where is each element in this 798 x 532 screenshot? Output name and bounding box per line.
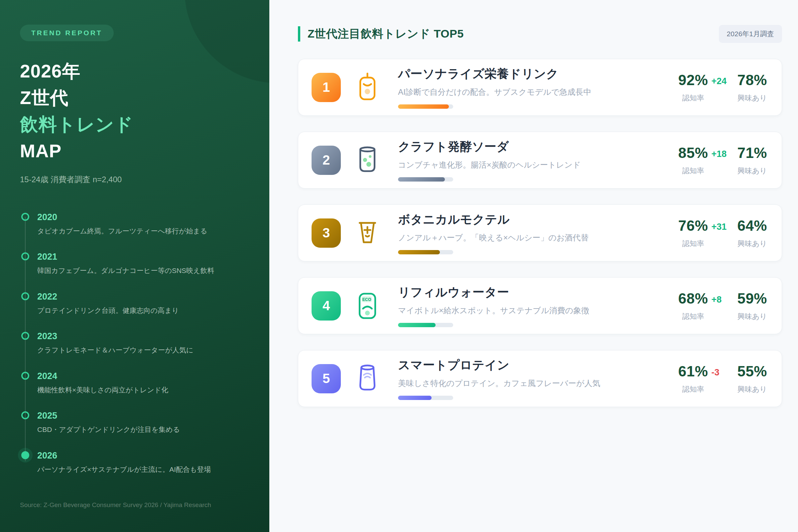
sidebar: TREND REPORT 2026年 Z世代 飲料トレンド MAP 15-24歳… <box>0 0 269 532</box>
timeline-item: 2022 プロテインドリンク台頭。健康志向の高まり <box>20 291 249 316</box>
trend-description: 美味しさ特化のプロテイン。カフェ風フレーバーが人気 <box>398 378 678 389</box>
awareness-delta: +31 <box>711 222 726 232</box>
timeline-description: 機能性飲料×美味しさの両立がトレンド化 <box>37 385 249 395</box>
awareness-label: 認知率 <box>682 166 704 176</box>
trend-title: スマートプロテイン <box>398 357 678 374</box>
timeline-dot <box>21 332 29 340</box>
timeline-description: プロテインドリンク台頭。健康志向の高まり <box>37 306 249 316</box>
interest-label: 興味あり <box>738 311 767 322</box>
trend-description: AI診断で自分だけの配合。サブスクモデルで急成長中 <box>398 87 678 97</box>
trend-card-content: パーソナライズ栄養ドリンク AI診断で自分だけの配合。サブスクモデルで急成長中 <box>398 66 678 109</box>
trend-card-content: スマートプロテイン 美味しさ特化のプロテイン。カフェ風フレーバーが人気 <box>398 357 678 400</box>
timeline-item: 2025 CBD・アダプトゲンドリンクが注目を集める <box>20 411 249 435</box>
awareness-label: 認知率 <box>682 384 704 394</box>
report-title-line-3: 飲料トレンド <box>20 114 133 135</box>
interest-stat: 59% 興味あり <box>737 290 767 322</box>
awareness-stat: 92% +24 認知率 <box>678 72 708 103</box>
trend-description: ノンアル＋ハーブ。「映える×ヘルシー」のお酒代替 <box>398 232 678 243</box>
interest-value: 59% <box>737 290 767 307</box>
interest-label: 興味あり <box>738 93 767 103</box>
interest-value: 78% <box>737 72 767 88</box>
awareness-bar-fill <box>398 323 436 327</box>
trend-description: コンブチャ進化形。腸活×炭酸のヘルシートレンド <box>398 159 678 170</box>
interest-stat: 55% 興味あり <box>737 363 767 394</box>
trend-card: 1 パーソナライズ栄養ドリンク AI診断で自分だけの配合。サブスクモデルで急成長… <box>298 59 782 116</box>
awareness-bar-track <box>398 396 453 400</box>
timeline-item: 2024 機能性飲料×美味しさの両立がトレンド化 <box>20 371 249 395</box>
source-note: Source: Z-Gen Beverage Consumer Survey 2… <box>20 501 211 509</box>
awareness-value: 76% <box>678 217 708 234</box>
year-timeline: 2020 タピオカブーム終焉。フルーツティーへ移行が始まる 2021 韓国カフェ… <box>20 212 249 474</box>
awareness-bar-fill <box>398 177 445 182</box>
awareness-stat: 85% +18 認知率 <box>678 145 708 176</box>
awareness-label: 認知率 <box>682 93 704 103</box>
awareness-stat: 68% +8 認知率 <box>678 290 708 322</box>
awareness-bar-fill <box>398 396 432 400</box>
awareness-stat: 76% +31 認知率 <box>678 217 708 249</box>
trend-stats: 68% +8 認知率 59% 興味あり <box>678 290 768 322</box>
trend-report-page: TREND REPORT 2026年 Z世代 飲料トレンド MAP 15-24歳… <box>0 0 798 532</box>
interest-stat: 64% 興味あり <box>737 217 767 249</box>
trend-card-content: クラフト発酵ソーダ コンブチャ進化形。腸活×炭酸のヘルシートレンド <box>398 139 678 182</box>
awareness-value: 68% <box>678 290 708 307</box>
trend-card-content: リフィルウォーター マイボトル×給水スポット。サステナブル消費の象徴 <box>398 284 678 327</box>
section-heading: Z世代注目飲料トレンド TOP5 <box>298 26 464 41</box>
trend-ranking-list: 1 パーソナライズ栄養ドリンク AI診断で自分だけの配合。サブスクモデルで急成長… <box>298 59 782 407</box>
timeline-dot <box>21 252 29 260</box>
awareness-delta: +8 <box>711 294 722 305</box>
report-title-line-2: Z世代 <box>20 88 69 108</box>
main-panel: Z世代注目飲料トレンド TOP5 2026年1月調査 1 パーソナライズ栄養ドリ… <box>269 0 798 532</box>
timeline-dot <box>21 451 29 459</box>
awareness-value: 85% <box>678 145 708 161</box>
awareness-bar-fill <box>398 250 440 254</box>
fermented-soda-icon <box>357 145 378 175</box>
timeline-item: 2026 パーソナライズ×サステナブルが主流に。AI配合も登場 <box>20 451 249 474</box>
timeline-year: 2023 <box>37 331 249 341</box>
report-title-line-1: 2026年 <box>20 61 80 81</box>
timeline-year: 2025 <box>37 411 249 421</box>
awareness-bar-track <box>398 323 453 327</box>
trend-stats: 92% +24 認知率 78% 興味あり <box>678 72 768 103</box>
awareness-delta: -3 <box>711 367 719 378</box>
report-title: 2026年 Z世代 飲料トレンド MAP <box>20 58 249 164</box>
awareness-bar-track <box>398 250 453 254</box>
trend-card: 4 ECO リフィルウォーター マイボトル×給水スポット。サステナブル消費の象徴… <box>298 277 782 334</box>
timeline-item: 2020 タピオカブーム終焉。フルーツティーへ移行が始まる <box>20 212 249 236</box>
trend-title: パーソナライズ栄養ドリンク <box>398 66 678 82</box>
timeline-description: クラフトレモネード＆ハーブウォーターが人気に <box>37 345 249 355</box>
refill-water-icon: ECO <box>357 291 378 321</box>
rank-badge: 2 <box>311 146 341 175</box>
interest-label: 興味あり <box>738 166 767 176</box>
trend-stats: 76% +31 認知率 64% 興味あり <box>678 217 768 249</box>
trend-card: 2 クラフト発酵ソーダ コンブチャ進化形。腸活×炭酸のヘルシートレンド 85% … <box>298 132 782 189</box>
trend-title: クラフト発酵ソーダ <box>398 139 678 155</box>
timeline-description: 韓国カフェブーム。ダルゴナコーヒー等のSNS映え飲料 <box>37 266 249 276</box>
trend-title: リフィルウォーター <box>398 284 678 301</box>
awareness-bar-fill <box>398 104 449 109</box>
trend-description: マイボトル×給水スポット。サステナブル消費の象徴 <box>398 305 678 316</box>
survey-date-badge: 2026年1月調査 <box>719 25 782 43</box>
awareness-label: 認知率 <box>682 311 704 322</box>
trend-card: 5 スマートプロテイン 美味しさ特化のプロテイン。カフェ風フレーバーが人気 61… <box>298 350 782 407</box>
timeline-year: 2026 <box>37 451 249 461</box>
timeline-year: 2020 <box>37 212 249 223</box>
svg-text:ECO: ECO <box>362 297 372 302</box>
awareness-delta: +24 <box>711 76 726 87</box>
timeline-description: パーソナライズ×サステナブルが主流に。AI配合も登場 <box>37 464 249 474</box>
timeline-dot <box>21 292 29 300</box>
trend-card-content: ボタニカルモクテル ノンアル＋ハーブ。「映える×ヘルシー」のお酒代替 <box>398 211 678 254</box>
timeline-year: 2022 <box>37 291 249 302</box>
interest-label: 興味あり <box>738 384 767 394</box>
timeline-description: タピオカブーム終焉。フルーツティーへ移行が始まる <box>37 226 249 236</box>
awareness-delta: +18 <box>711 149 726 159</box>
interest-stat: 78% 興味あり <box>737 72 767 103</box>
timeline-item: 2023 クラフトレモネード＆ハーブウォーターが人気に <box>20 331 249 355</box>
trend-stats: 61% -3 認知率 55% 興味あり <box>678 363 768 394</box>
survey-sample-note: 15-24歳 消費者調査 n=2,400 <box>20 174 249 185</box>
trend-card: 3 ボタニカルモクテル ノンアル＋ハーブ。「映える×ヘルシー」のお酒代替 76%… <box>298 205 782 261</box>
rank-badge: 4 <box>311 291 341 321</box>
trend-stats: 85% +18 認知率 71% 興味あり <box>678 145 768 176</box>
trend-title: ボタニカルモクテル <box>398 211 678 228</box>
interest-label: 興味あり <box>738 239 767 249</box>
timeline-dot <box>21 213 29 221</box>
